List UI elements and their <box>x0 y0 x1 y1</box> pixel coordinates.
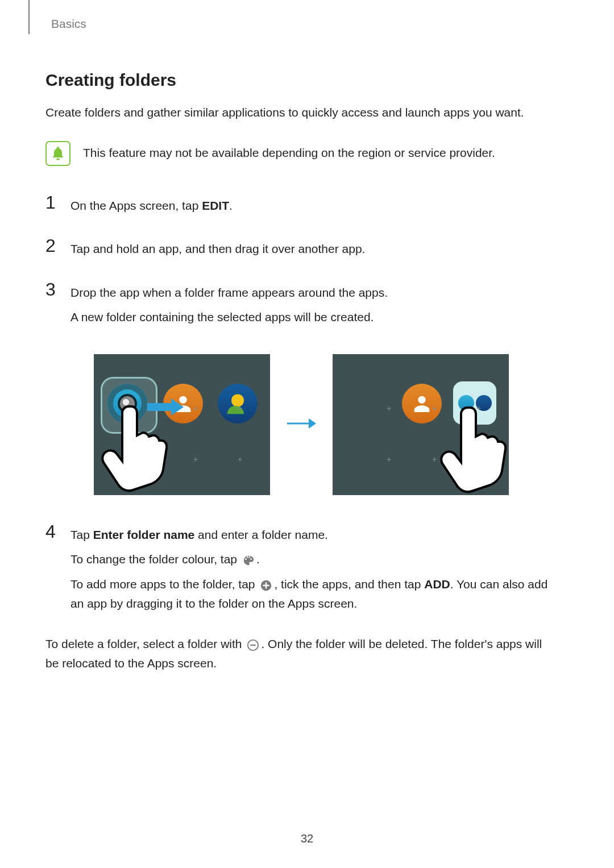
manual-page: Basics Creating folders Create folders a… <box>0 0 614 672</box>
step-body: On the Apps screen, tap EDIT. <box>70 193 233 221</box>
intro-text: Create folders and gather similar applic… <box>45 103 557 122</box>
step-3-line1: Drop the app when a folder frame appears… <box>70 283 388 302</box>
note-row: This feature may not be available depend… <box>45 140 557 166</box>
grid-marker: + <box>238 404 242 412</box>
grid-marker: + <box>387 455 391 463</box>
breadcrumb: Basics <box>51 17 557 31</box>
illustration-before: + + + + <box>94 354 270 495</box>
step-3-line2: A new folder containing the selected app… <box>70 308 388 327</box>
closing-pre: To delete a folder, select a folder with <box>45 637 245 650</box>
enter-folder-name-label: Enter folder name <box>93 528 195 541</box>
step-1-suffix: . <box>229 199 233 212</box>
step-4-l2-pre: To change the folder colour, tap <box>70 553 240 566</box>
bell-icon <box>45 141 70 166</box>
step-4-l1-pre: Tap <box>70 528 93 541</box>
note-text: This feature may not be available depend… <box>83 140 495 162</box>
minus-circle-icon <box>246 638 260 652</box>
step-2: 2 Tap and hold an app, and then drag it … <box>45 236 557 264</box>
grid-marker: + <box>238 455 242 463</box>
step-1: 1 On the Apps screen, tap EDIT. <box>45 193 557 221</box>
new-folder <box>453 381 496 425</box>
transition-arrow-icon <box>286 417 317 433</box>
step-body: Tap and hold an app, and then drag it ov… <box>70 236 365 264</box>
add-label: ADD <box>424 578 450 591</box>
step-body: Drop the app when a folder frame appears… <box>70 280 388 333</box>
svg-rect-0 <box>147 403 171 411</box>
step-4-l3-mid: , tick the apps, and then tap <box>274 578 424 591</box>
grid-marker: + <box>476 404 481 412</box>
step-3: 3 Drop the app when a folder frame appea… <box>45 280 557 333</box>
step-4-l3-pre: To add more apps to the folder, tap <box>70 578 258 591</box>
grid-marker: + <box>193 404 198 412</box>
step-body: Tap Enter folder name and enter a folder… <box>70 522 557 618</box>
step-4: 4 Tap Enter folder name and enter a fold… <box>45 522 557 618</box>
palette-icon <box>242 554 255 567</box>
drag-arrow-icon <box>147 398 184 418</box>
illustration-after: + + + + + <box>333 354 509 495</box>
section-title: Creating folders <box>45 70 557 90</box>
page-number: 32 <box>0 832 614 845</box>
grid-marker: + <box>387 404 391 412</box>
step-number: 2 <box>45 236 58 255</box>
illustration: + + + + + + <box>45 354 557 495</box>
step-2-text: Tap and hold an app, and then drag it ov… <box>70 239 365 259</box>
camera-app-mini-icon <box>458 395 474 411</box>
step-number: 4 <box>45 522 58 541</box>
step-1-prefix: On the Apps screen, tap <box>70 199 202 212</box>
grid-marker: + <box>432 455 437 463</box>
steps-list: 1 On the Apps screen, tap EDIT. 2 Tap an… <box>45 193 557 619</box>
camera-app-icon <box>107 384 147 423</box>
closing-text: To delete a folder, select a folder with… <box>45 634 557 672</box>
page-rule <box>28 0 30 34</box>
grid-marker: + <box>432 404 437 412</box>
grid-marker: + <box>193 455 198 463</box>
step-number: 3 <box>45 280 58 298</box>
step-number: 1 <box>45 193 58 211</box>
edit-label: EDIT <box>202 199 229 212</box>
step-4-l1-post: and enter a folder name. <box>194 528 328 541</box>
plus-circle-icon <box>259 579 273 592</box>
step-4-l2-post: . <box>256 553 260 566</box>
